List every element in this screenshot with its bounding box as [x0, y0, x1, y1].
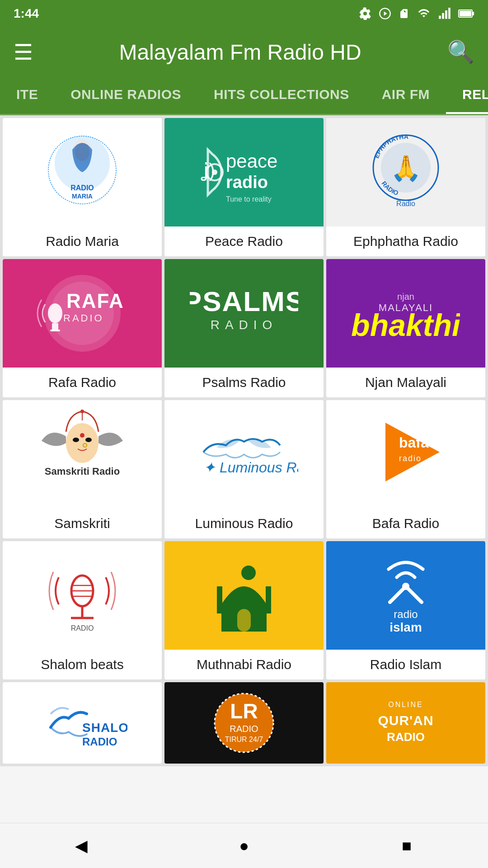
- svg-text:njan: njan: [397, 292, 414, 302]
- radio-grid: RADIO MARIA Radio Maria ʝ) peace radio T…: [0, 115, 488, 682]
- svg-point-30: [48, 303, 62, 323]
- svg-text:ONLINE: ONLINE: [388, 701, 423, 708]
- samskriti-image: Samskriti Radio: [3, 400, 162, 509]
- tab-ite[interactable]: ite: [0, 77, 54, 114]
- svg-rect-1: [439, 16, 441, 19]
- svg-text:RADIO: RADIO: [211, 318, 278, 332]
- svg-text:LR: LR: [230, 699, 258, 723]
- list-item[interactable]: RAFA RADIO Rafa Radio: [3, 259, 162, 397]
- svg-text:SHALOM: SHALOM: [82, 721, 127, 735]
- muthnabi-radio-image: [164, 541, 324, 650]
- radio-maria-label: Radio Maria: [41, 226, 123, 256]
- list-item[interactable]: RADIO MARIA Radio Maria: [3, 118, 162, 256]
- settings-icon: [359, 7, 371, 20]
- svg-text:TIRUR 24/7: TIRUR 24/7: [225, 736, 263, 743]
- shalom-beats-label: Shalom beats: [36, 650, 128, 679]
- svg-text:islam: islam: [389, 620, 422, 634]
- tab-air-fm[interactable]: Air Fm: [366, 77, 446, 114]
- list-item[interactable]: njan MALAYALI bhakthi Njan Malayali: [326, 259, 485, 397]
- svg-rect-31: [52, 323, 58, 330]
- svg-rect-2: [442, 13, 444, 19]
- svg-text:RADIO: RADIO: [71, 624, 94, 632]
- njan-malayali-image: njan MALAYALI bhakthi: [326, 259, 485, 368]
- svg-text:RADIO: RADIO: [230, 724, 258, 734]
- peace-radio-label: Peace Radio: [201, 226, 287, 256]
- list-item[interactable]: Muthnabi Radio: [164, 541, 324, 679]
- list-item[interactable]: ONLINE QUR'AN RADIO: [326, 682, 485, 764]
- muthnabi-radio-label: Muthnabi Radio: [192, 650, 296, 679]
- svg-rect-7: [460, 11, 471, 16]
- list-item[interactable]: ✦ Luminous Radio Luminous Radio: [164, 400, 324, 538]
- list-item[interactable]: 🙏 EPHPHATHA RADIO Radio Ephphatha Radio: [326, 118, 485, 256]
- status-time: 1:44: [14, 6, 39, 21]
- list-item[interactable]: LR RADIO TIRUR 24/7: [164, 682, 324, 764]
- list-item[interactable]: PSALMS RADIO Psalms Radio: [164, 259, 324, 397]
- radio-islam-label: Radio Islam: [366, 650, 446, 679]
- svg-rect-59: [217, 586, 222, 613]
- battery-icon: [458, 7, 474, 20]
- svg-point-41: [80, 433, 84, 438]
- svg-text:radio: radio: [399, 454, 422, 463]
- home-button[interactable]: ●: [230, 832, 258, 859]
- svg-text:radio: radio: [394, 608, 418, 620]
- list-item[interactable]: ʝ) peace radio Tune to reality Peace Rad…: [164, 118, 324, 256]
- menu-icon[interactable]: ☰: [14, 39, 33, 65]
- recent-apps-button[interactable]: ■: [393, 832, 420, 859]
- svg-text:RAFA: RAFA: [66, 290, 124, 312]
- svg-text:🙏: 🙏: [390, 154, 422, 183]
- search-icon[interactable]: 🔍: [447, 39, 474, 65]
- sd-card-icon: [399, 7, 409, 20]
- svg-rect-6: [472, 12, 474, 15]
- svg-text:bafa: bafa: [399, 434, 429, 451]
- svg-point-38: [66, 423, 99, 463]
- svg-text:RADIO: RADIO: [63, 312, 104, 324]
- signal-icon: [438, 7, 451, 20]
- partial-row: SHALOM RADIO LR RADIO TIRUR 24/7 ONLINE: [0, 682, 488, 766]
- list-item[interactable]: SHALOM RADIO: [3, 682, 162, 764]
- svg-text:RADIO: RADIO: [82, 736, 117, 748]
- svg-point-19: [212, 170, 217, 175]
- radio-islam-image: radio islam: [326, 541, 485, 650]
- peace-radio-image: ʝ) peace radio Tune to reality: [164, 118, 324, 226]
- svg-point-62: [402, 583, 409, 590]
- tab-hits-collections[interactable]: Hits Collections: [197, 77, 366, 114]
- svg-text:MARIA: MARIA: [72, 193, 93, 200]
- play-icon: [379, 7, 391, 20]
- luminous-radio-label: Luminous Radio: [191, 509, 298, 538]
- bafa-radio-label: Bafa Radio: [368, 509, 444, 538]
- lr-radio-image: LR RADIO TIRUR 24/7: [164, 682, 324, 764]
- svg-text:RADIO: RADIO: [387, 730, 425, 744]
- svg-rect-3: [445, 10, 447, 19]
- svg-text:Samskriti Radio: Samskriti Radio: [45, 466, 120, 477]
- status-icons: [359, 7, 474, 20]
- samskriti-label: Samskriti: [50, 509, 114, 538]
- list-item[interactable]: radio islam Radio Islam: [326, 541, 485, 679]
- app-title: Malayalam Fm Radio HD: [47, 40, 434, 65]
- svg-rect-32: [50, 330, 60, 331]
- rafa-radio-image: RAFA RADIO: [3, 259, 162, 368]
- quran-radio-image: ONLINE QUR'AN RADIO: [326, 682, 485, 764]
- back-button[interactable]: ◀: [68, 832, 95, 859]
- svg-text:RADIO: RADIO: [70, 184, 94, 192]
- tab-religion[interactable]: Religion: [446, 77, 488, 114]
- svg-point-58: [241, 566, 256, 580]
- tab-online-radios[interactable]: Online Radios: [54, 77, 197, 114]
- rafa-radio-label: Rafa Radio: [44, 368, 121, 397]
- status-bar: 1:44: [0, 0, 488, 27]
- svg-point-43: [80, 410, 84, 413]
- list-item[interactable]: Samskriti Radio Samskriti: [3, 400, 162, 538]
- svg-text:peace: peace: [226, 151, 277, 172]
- ephphatha-radio-label: Ephphatha Radio: [349, 226, 463, 256]
- radio-maria-image: RADIO MARIA: [3, 118, 162, 226]
- tab-bar: ite Online Radios Hits Collections Air F…: [0, 77, 488, 115]
- svg-text:radio: radio: [226, 173, 268, 192]
- svg-point-40: [85, 438, 92, 442]
- psalms-radio-image: PSALMS RADIO: [164, 259, 324, 368]
- svg-text:Radio: Radio: [396, 200, 415, 208]
- list-item[interactable]: RADIO Shalom beats: [3, 541, 162, 679]
- wifi-icon: [417, 7, 431, 20]
- shalom-radio-image: SHALOM RADIO: [3, 682, 162, 764]
- svg-text:bhakthi: bhakthi: [352, 308, 460, 342]
- bottom-nav: ◀ ● ■: [0, 823, 488, 868]
- list-item[interactable]: bafa radio Bafa Radio: [326, 400, 485, 538]
